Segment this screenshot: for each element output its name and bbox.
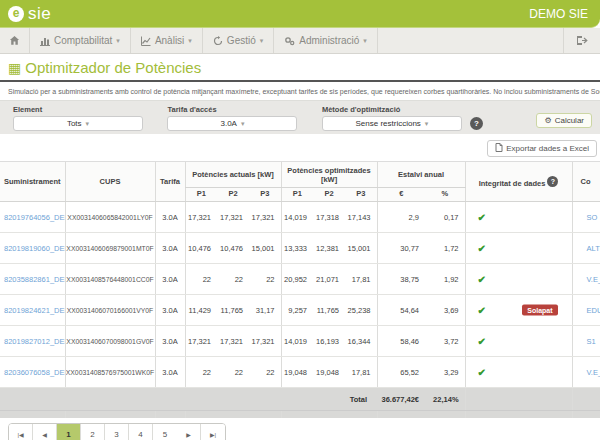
- col-p1: P1: [281, 188, 313, 202]
- tarifa-value: 3.0A: [155, 202, 185, 233]
- estalvi-pct: 1,72: [425, 233, 465, 264]
- main-nav: Comptabilitat ▾ Anàlisi ▾ Gestió ▾ Admin…: [0, 28, 600, 54]
- app-logo[interactable]: e sie: [8, 4, 51, 24]
- logout-button[interactable]: [563, 28, 600, 53]
- calculate-label: Calcular: [555, 116, 584, 125]
- element-select[interactable]: Tots ▾: [13, 116, 143, 131]
- contract-link[interactable]: EDU: [572, 295, 600, 326]
- line-chart-icon: [141, 36, 151, 46]
- metode-select[interactable]: Sense restriccions ▾: [322, 116, 462, 131]
- empty-row: [0, 411, 600, 418]
- cups-value: XX0031406069879001MT0F: [65, 233, 155, 264]
- tarifa-value: 3.0A: [155, 295, 185, 326]
- calculate-button[interactable]: ⚙ Calcular: [536, 113, 592, 128]
- nav-item-label: Comptabilitat: [54, 35, 112, 46]
- supply-link[interactable]: 82019819060_DEM: [0, 233, 65, 264]
- export-row: Exportar dades a Excel: [0, 134, 600, 159]
- contract-link[interactable]: V.E_0: [572, 264, 600, 295]
- pot-opt-p3: 17,143: [345, 202, 377, 233]
- first-page-button[interactable]: |◀: [9, 424, 33, 440]
- estalvi-eur: 30,77: [377, 233, 425, 264]
- empty-cell: [377, 411, 425, 418]
- tarifa-select[interactable]: 3.0A ▾: [167, 116, 297, 131]
- table-row: 82036076058_DEMXX0031408576975001WK0F3.0…: [0, 357, 600, 388]
- pagination: |◀ ◀ 12345 ▶ ▶|: [0, 418, 600, 440]
- metode-filter: Mètode d'optimització Sense restriccions…: [322, 105, 462, 131]
- contract-link[interactable]: SO: [572, 202, 600, 233]
- environment-label: DEMO SIE: [529, 7, 588, 21]
- col-pot-actuals: Potències actuals [kW]: [185, 162, 281, 188]
- estalvi-pct: 3,69: [425, 295, 465, 326]
- filter-panel: Element Tots ▾ Tarifa d'accés 3.0A ▾ Mèt…: [0, 100, 600, 134]
- supply-link[interactable]: 82035882861_DEM: [0, 264, 65, 295]
- page-button-5[interactable]: 5: [153, 424, 177, 440]
- export-excel-button[interactable]: Exportar dades a Excel: [487, 140, 597, 157]
- pot-actual-p2: 17,321: [217, 326, 249, 357]
- next-page-button[interactable]: ▶: [177, 424, 201, 440]
- supply-link[interactable]: 82019827012_DEM: [0, 326, 65, 357]
- help-icon[interactable]: ?: [547, 176, 558, 187]
- nav-item-gestio[interactable]: Gestió ▾: [203, 28, 274, 53]
- pot-actual-p1: 17,321: [185, 326, 217, 357]
- tarifa-filter: Tarifa d'accés 3.0A ▾: [167, 105, 297, 131]
- page-button-4[interactable]: 4: [129, 424, 153, 440]
- table-row: 82035882861_DEMXX0031408576448001CC0F3.0…: [0, 264, 600, 295]
- supply-link[interactable]: 82036076058_DEM: [0, 357, 65, 388]
- page-button-3[interactable]: 3: [105, 424, 129, 440]
- pot-opt-p2: 16,193: [313, 326, 345, 357]
- metode-label: Mètode d'optimització: [322, 105, 462, 114]
- tarifa-value: 3.0A: [155, 264, 185, 295]
- prev-page-button[interactable]: ◀: [33, 424, 57, 440]
- col-cups: CUPS: [65, 162, 155, 202]
- estalvi-pct: 1,92: [425, 264, 465, 295]
- chevron-down-icon: ▾: [425, 120, 429, 128]
- estalvi-eur: 58,46: [377, 326, 425, 357]
- tarifa-value: 3.0A: [155, 357, 185, 388]
- integrity-cell: ✔: [465, 326, 572, 357]
- help-icon[interactable]: ?: [470, 117, 483, 130]
- integritat-label: Integritat de dades: [479, 179, 546, 188]
- pot-opt-p3: 17,81: [345, 357, 377, 388]
- pot-opt-p1: 14,019: [281, 326, 313, 357]
- pot-actual-p3: 22: [249, 357, 281, 388]
- total-row: Total 36.677,42€ 22,14%: [0, 388, 600, 411]
- supply-link[interactable]: 82019764056_DEM: [0, 202, 65, 233]
- chevron-down-icon: ▾: [86, 120, 90, 128]
- nav-item-label: Anàlisi: [155, 35, 184, 46]
- nav-item-comptabilitat[interactable]: Comptabilitat ▾: [30, 28, 131, 53]
- home-button[interactable]: [0, 28, 30, 53]
- pot-opt-p1: 19,048: [281, 357, 313, 388]
- calculator-icon: ▦: [8, 61, 21, 75]
- col-estalvi: Estalvi anual: [377, 162, 465, 188]
- contract-link[interactable]: ALTI: [572, 233, 600, 264]
- col-p3: P3: [249, 188, 281, 202]
- empty-cell: [0, 411, 65, 418]
- chevron-down-icon: ▾: [241, 120, 245, 128]
- nav-item-administracio[interactable]: Administració ▾: [274, 28, 378, 53]
- table-row: 82019819060_DEMXX0031406069879001MT0F3.0…: [0, 233, 600, 264]
- contract-link[interactable]: V.E_0: [572, 357, 600, 388]
- page-button-1[interactable]: 1: [57, 424, 81, 440]
- last-page-button[interactable]: ▶|: [201, 424, 225, 440]
- col-pot-optimitzades: Potències optimitzades [kW]: [281, 162, 377, 188]
- tarifa-value: 3.0A: [155, 233, 185, 264]
- page-button-2[interactable]: 2: [81, 424, 105, 440]
- home-icon: [9, 35, 20, 46]
- pot-actual-p1: 22: [185, 357, 217, 388]
- chevron-down-icon: ▾: [188, 37, 192, 45]
- supply-link[interactable]: 82019824621_DEM: [0, 295, 65, 326]
- integrity-cell: ✔: [465, 357, 572, 388]
- check-icon: ✔: [478, 243, 486, 254]
- empty-cell: [249, 411, 281, 418]
- pot-actual-p1: 10,476: [185, 233, 217, 264]
- page-description: Simulació per a subministraments amb con…: [0, 82, 600, 100]
- empty-cell: [217, 411, 249, 418]
- pot-actual-p2: 11,765: [217, 295, 249, 326]
- contract-link[interactable]: S1: [572, 326, 600, 357]
- pot-opt-p3: 17,81: [345, 264, 377, 295]
- empty-cell: [425, 411, 465, 418]
- pot-actual-p2: 10,476: [217, 233, 249, 264]
- nav-item-analisi[interactable]: Anàlisi ▾: [131, 28, 203, 53]
- col-p3: P3: [345, 188, 377, 202]
- total-empty: [465, 388, 572, 411]
